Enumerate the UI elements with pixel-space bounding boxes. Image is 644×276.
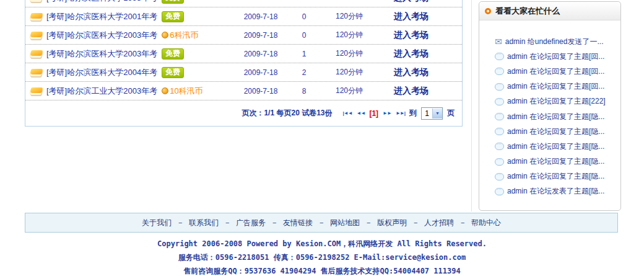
exam-title-link[interactable]: [考研]哈尔滨医科大学2004年考 [46, 67, 157, 78]
book-icon [29, 69, 43, 76]
footer-link[interactable]: 帮助中心 [471, 218, 501, 228]
cell-duration: 120分钟 [316, 86, 382, 96]
cell-title: [考研]哈尔滨医科大学2004年考 免费 [46, 67, 230, 78]
free-badge: 免费 [162, 48, 184, 60]
cell-title: [考研]哈尔滨医科大学2003年考 6科汛币 [46, 30, 230, 41]
footer-link[interactable]: 人才招聘 [424, 218, 454, 228]
sidebar-header: 看看大家在忙什么 [479, 2, 620, 20]
activity-item[interactable]: admin 在论坛发表了主题[隐... [495, 184, 617, 199]
cell-title: [考研]哈尔滨医科大学2001年考 免费 [46, 11, 230, 22]
goto-page-select[interactable]: 1 ▼ [421, 107, 443, 120]
cell-title: [考研]哈尔滨医科大学1998年考 免费 [46, 0, 230, 4]
exam-title-link[interactable]: [考研]哈尔滨工业大学2003年考 [46, 86, 157, 97]
activity-item[interactable]: admin 在论坛回复了主题[隐... [495, 124, 617, 139]
cell-duration: 120分钟 [316, 11, 382, 22]
cell-count: 0 [292, 31, 316, 40]
cell-date: 2009-7-18 [230, 31, 292, 40]
enter-exam-link[interactable]: 进入考场 [394, 67, 429, 77]
footer-link-separator: － [318, 218, 325, 228]
table-row: [考研]哈尔滨医科大学2003年考 免费 2009-7-18 1 120分钟 进… [25, 45, 462, 63]
exam-title-link[interactable]: [考研]哈尔滨医科大学2003年考 [46, 30, 157, 41]
footer-link[interactable]: 广告服务 [236, 218, 266, 228]
cell-count: 2 [292, 68, 316, 77]
footer-nav: 关于我们－联系我们－广告服务－友情链接－网站地图－版权声明－人才招聘－帮助中心 [25, 213, 618, 233]
activity-item[interactable]: admin 在论坛回复了主题[隐... [495, 109, 617, 124]
free-badge: 免费 [162, 11, 184, 22]
goto-page-value: 1 [422, 109, 432, 118]
chevron-down-icon[interactable]: ▼ [432, 109, 442, 118]
footer-link-separator: － [459, 218, 466, 228]
comment-icon [495, 173, 504, 180]
footer-link[interactable]: 网站地图 [330, 218, 360, 228]
sidebar-title: 看看大家在忙什么 [495, 6, 560, 17]
activity-sidebar: 看看大家在忙什么 ✉ admin 给undefined发送了一... admin… [479, 1, 621, 211]
bullet-icon [485, 8, 491, 14]
footer-copyright: Copyright 2006-2008 Powered by Kesion.CO… [0, 237, 644, 276]
enter-exam-link[interactable]: 进入考场 [394, 86, 429, 96]
cell-icon [25, 50, 46, 58]
fee-coins: 6科汛币 [162, 30, 198, 41]
activity-text: admin 在论坛回复了主题[回... [507, 66, 604, 77]
exam-title-link[interactable]: [考研]哈尔滨医科大学2001年考 [46, 11, 157, 22]
activity-list: ✉ admin 给undefined发送了一... admin 在论坛回复了主题… [479, 20, 620, 199]
comment-icon [495, 113, 504, 120]
footer-link[interactable]: 联系我们 [189, 218, 219, 228]
exam-title-link[interactable]: [考研]哈尔滨医科大学2003年考 [46, 48, 157, 60]
coin-icon [162, 32, 168, 38]
fee-coins-label: 10科汛币 [170, 86, 202, 97]
enter-exam-link[interactable]: 进入考场 [394, 30, 429, 40]
fee-coins: 10科汛币 [162, 86, 202, 97]
activity-item[interactable]: admin 在论坛回复了主题[隐... [495, 154, 617, 169]
activity-item[interactable]: admin 在论坛回复了主题[隐... [495, 139, 617, 154]
cell-date: 2009-7-18 [230, 87, 292, 96]
activity-text: admin 在论坛回复了主题[回... [507, 81, 604, 92]
enter-exam-link[interactable]: 进入考场 [394, 0, 429, 2]
comment-icon [495, 53, 504, 60]
cell-title: [考研]哈尔滨工业大学2003年考 10科汛币 [46, 86, 230, 97]
book-icon [29, 32, 43, 39]
table-row: [考研]哈尔滨医科大学2001年考 免费 2009-7-18 0 120分钟 进… [25, 7, 462, 26]
qq-line: 售前咨询服务QQ：9537636 41904294 售后服务技术支持QQ:540… [0, 264, 644, 276]
exam-title-link[interactable]: [考研]哈尔滨医科大学1998年考 [46, 0, 157, 4]
activity-item[interactable]: ✉ admin 给undefined发送了一... [495, 34, 617, 49]
table-row: [考研]哈尔滨医科大学1998年考 免费 进入考场 [25, 0, 462, 7]
table-row: [考研]哈尔滨医科大学2003年考 6科汛币 2009-7-18 0 120分钟… [25, 26, 462, 45]
activity-item[interactable]: admin 在论坛回复了主题[隐... [495, 169, 617, 184]
enter-exam-link[interactable]: 进入考场 [394, 48, 429, 58]
coin-icon [162, 87, 168, 94]
cell-action: 进入考场 [382, 66, 440, 78]
prev-page-button[interactable]: ◄◄ [357, 110, 365, 116]
cell-count: 8 [292, 87, 316, 96]
table-row: [考研]哈尔滨医科大学2004年考 免费 2009-7-18 2 120分钟 进… [25, 63, 462, 82]
enter-exam-link[interactable]: 进入考场 [394, 11, 429, 21]
last-page-button[interactable]: ►►| [396, 110, 405, 116]
first-page-button[interactable]: |◄◄ [342, 110, 352, 116]
activity-item[interactable]: admin 在论坛回复了主题[回... [495, 64, 617, 79]
cell-date: 2009-7-18 [230, 68, 292, 77]
comment-icon [495, 83, 504, 91]
cell-action: 进入考场 [382, 29, 440, 41]
book-icon [29, 13, 43, 20]
service-line: 服务电话：0596-2218051 传真：0596-2198252 E-Mail… [0, 251, 644, 264]
footer-link-separator: － [365, 218, 372, 228]
activity-item[interactable]: admin 在论坛回复了主题[222] [495, 94, 617, 109]
activity-text: admin 在论坛回复了主题[回... [507, 51, 604, 62]
free-badge: 免费 [162, 67, 184, 78]
cell-action: 进入考场 [382, 85, 440, 97]
activity-text: admin 在论坛回复了主题[隐... [507, 141, 604, 152]
footer-link[interactable]: 版权声明 [377, 218, 407, 228]
cell-title: [考研]哈尔滨医科大学2003年考 免费 [46, 48, 230, 60]
column-divider [471, 0, 472, 211]
comment-icon [495, 68, 504, 75]
activity-item[interactable]: admin 在论坛回复了主题[回... [495, 49, 617, 64]
footer-link-separator: － [271, 218, 278, 228]
footer-link[interactable]: 关于我们 [142, 218, 172, 228]
table-row: [考研]哈尔滨工业大学2003年考 10科汛币 2009-7-18 8 120分… [25, 82, 462, 100]
cell-date: 2009-7-18 [230, 12, 292, 21]
activity-item[interactable]: admin 在论坛回复了主题[回... [495, 79, 617, 94]
comment-icon [495, 98, 504, 105]
next-page-button[interactable]: ►► [383, 110, 391, 116]
cell-action: 进入考场 [382, 11, 440, 22]
footer-link[interactable]: 友情链接 [283, 218, 313, 228]
exam-rows: [考研]哈尔滨医科大学1998年考 免费 进入考场 [考研]哈尔滨医科大学200… [25, 0, 462, 100]
